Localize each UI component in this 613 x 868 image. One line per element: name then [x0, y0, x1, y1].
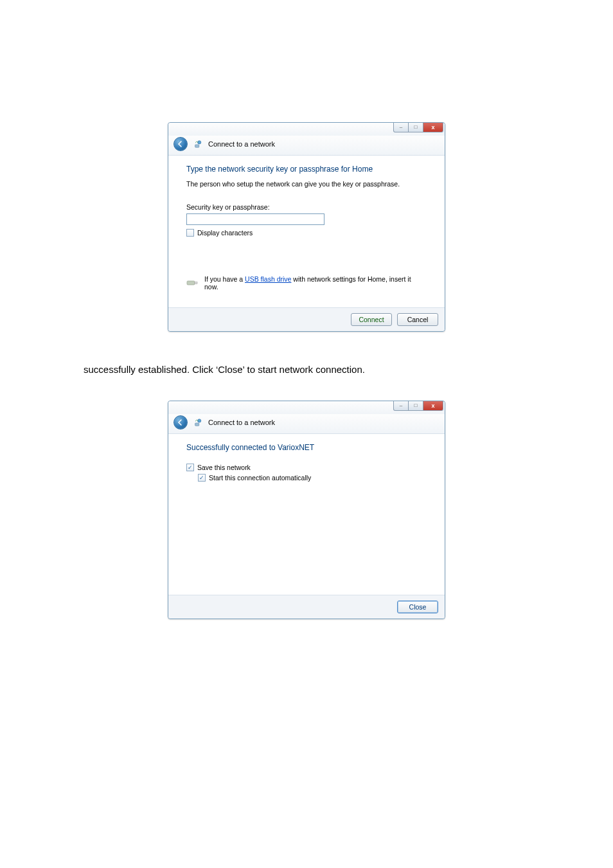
svg-point-1 — [198, 141, 201, 144]
instruction-subtext: The person who setup the network can giv… — [186, 180, 427, 188]
dialog-success: – □ x — [168, 401, 445, 619]
usb-hint-text: If you have a USB flash drive with netwo… — [204, 275, 427, 291]
dialog-body: Successfully connected to VarioxNET Save… — [168, 434, 445, 583]
maximize-icon: □ — [414, 125, 418, 130]
auto-start-checkbox[interactable] — [198, 474, 206, 482]
svg-rect-2 — [187, 281, 195, 285]
caption-text: successfully established. Click ‘Close’ … — [84, 364, 533, 375]
header-row: Connect to a network — [168, 136, 445, 156]
close-button[interactable]: x — [423, 401, 443, 411]
dialog-footer: Close — [168, 595, 445, 619]
back-button[interactable] — [173, 415, 188, 429]
minimize-button[interactable]: – — [393, 123, 409, 132]
back-button[interactable] — [173, 137, 188, 151]
usb-hint-row: If you have a USB flash drive with netwo… — [186, 275, 427, 291]
passphrase-field: Security key or passphrase: Display char… — [186, 203, 427, 237]
connect-button[interactable]: Connect — [351, 313, 392, 326]
window-controls: – □ x — [393, 401, 443, 411]
dialog-footer: Connect Cancel — [168, 307, 445, 331]
cancel-button[interactable]: Cancel — [397, 313, 438, 326]
svg-rect-0 — [195, 145, 199, 147]
passphrase-input[interactable] — [186, 213, 324, 225]
dialog-passphrase: – □ x — [168, 122, 445, 332]
svg-rect-3 — [195, 282, 197, 284]
auto-start-label: Start this connection automatically — [209, 474, 311, 482]
passphrase-label: Security key or passphrase: — [186, 203, 427, 211]
back-arrow-icon — [177, 141, 184, 147]
save-network-checkbox[interactable] — [186, 464, 194, 471]
close-button[interactable]: x — [423, 123, 443, 132]
display-characters-checkbox[interactable] — [186, 229, 194, 237]
close-dialog-button[interactable]: Close — [397, 601, 438, 613]
success-heading: Successfully connected to VarioxNET — [186, 443, 427, 452]
minimize-icon: – — [400, 403, 402, 408]
back-arrow-icon — [177, 419, 184, 426]
network-icon — [193, 139, 203, 149]
maximize-button[interactable]: □ — [409, 123, 423, 132]
titlebar[interactable]: – □ x — [168, 123, 445, 136]
maximize-button[interactable]: □ — [409, 401, 423, 411]
display-characters-row: Display characters — [186, 229, 427, 237]
close-icon: x — [431, 403, 434, 408]
save-network-row: Save this network — [186, 464, 427, 471]
network-icon — [193, 417, 203, 428]
svg-rect-4 — [195, 423, 199, 426]
close-icon: x — [431, 125, 434, 130]
auto-start-row: Start this connection automatically — [198, 474, 427, 482]
svg-point-5 — [198, 419, 201, 422]
header-row: Connect to a network — [168, 414, 445, 434]
instruction-heading: Type the network security key or passphr… — [186, 165, 427, 174]
usb-drive-icon — [186, 278, 199, 287]
usb-text-pre: If you have a — [204, 275, 245, 283]
minimize-icon: – — [400, 125, 402, 130]
dialog-title: Connect to a network — [208, 419, 275, 426]
save-network-label: Save this network — [197, 464, 251, 471]
display-characters-label: Display characters — [197, 229, 253, 237]
window-controls: – □ x — [393, 123, 443, 132]
usb-flash-drive-link[interactable]: USB flash drive — [245, 275, 291, 283]
titlebar[interactable]: – □ x — [168, 401, 445, 414]
minimize-button[interactable]: – — [393, 401, 409, 411]
maximize-icon: □ — [414, 403, 418, 408]
dialog-title: Connect to a network — [208, 140, 275, 148]
dialog-body: Type the network security key or passphr… — [168, 156, 445, 296]
